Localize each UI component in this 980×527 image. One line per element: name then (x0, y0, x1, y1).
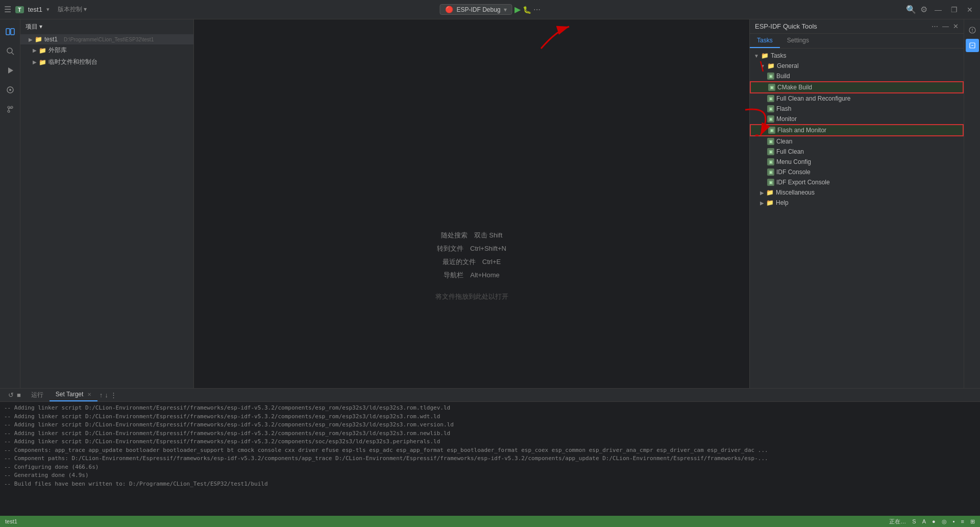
project-tree-item-test1[interactable]: ▶ 📁 test1 D:\Programme\CLion_Test\ESP32\… (20, 34, 193, 44)
recent-files-text: 最近的文件 (443, 258, 476, 266)
folder-icon-temp: 📁 (39, 59, 46, 66)
help-label: Help (776, 199, 789, 206)
rthin-notifications-icon[interactable] (966, 23, 979, 37)
log-line: -- Adding linker script D:/CLion-Environ… (4, 404, 976, 413)
bottom-down-btn[interactable]: ↓ (105, 391, 108, 399)
task-item-full-clean[interactable]: ▣ Full Clean (750, 147, 964, 157)
expand-arrow-external: ▶ (33, 47, 37, 53)
project-tree-item-temp[interactable]: ▶ 📁 临时文件和控制台 (20, 56, 193, 68)
tasks-root-header[interactable]: ▼ 📁 Tasks (750, 51, 964, 61)
rthin-highlighted-icon[interactable] (966, 39, 979, 52)
general-group-label: General (777, 62, 799, 69)
bottom-more-btn[interactable]: ⋮ (110, 391, 117, 399)
project-dropdown-icon[interactable]: ▾ (46, 6, 50, 13)
log-line: -- Adding linker script D:/CLion-Environ… (4, 438, 976, 446)
sidebar-item-search[interactable] (1, 42, 19, 60)
settings-icon[interactable]: ⚙ (920, 5, 927, 14)
project-tree-item-external[interactable]: ▶ 📁 外部库 (20, 44, 193, 56)
bottom-tab-close-btn[interactable]: ✕ (87, 392, 91, 397)
svg-rect-0 (6, 29, 10, 35)
task-item-flash-and-monitor[interactable]: ▣ Flash and Monitor (750, 124, 964, 136)
bottom-content: -- Adding linker script D:/CLion-Environ… (0, 402, 980, 516)
tool-panel-more-btn[interactable]: ⋯ (932, 22, 938, 30)
status-bar: test1 正在… S A ● ◎ ▪ ≡ ⊞ (0, 516, 980, 527)
task-item-idf-console[interactable]: ▣ IDF Console (750, 167, 964, 177)
expand-arrow-temp: ▶ (33, 59, 37, 65)
project-name[interactable]: test1 (28, 6, 42, 13)
more-options-button[interactable]: ⋯ (533, 6, 541, 14)
notifications-icon (969, 27, 976, 34)
tasks-expand-icon: ▼ (754, 53, 759, 59)
bottom-toolbar-area: ↺ ■ (4, 389, 25, 401)
search-icon[interactable]: 🔍 (906, 5, 916, 14)
status-grid-icon[interactable]: ⊞ (970, 518, 975, 525)
sidebar-item-debug[interactable] (1, 81, 19, 99)
help-group-header[interactable]: ▶ 📁 Help (750, 198, 964, 208)
bottom-tabs: ↺ ■ 运行 Set Target ✕ ↑ ↓ ⋮ (0, 389, 980, 402)
sidebar-item-git[interactable] (1, 100, 19, 118)
task-icon-cmake-build: ▣ (768, 84, 775, 91)
task-label-build: Build (776, 73, 790, 80)
debug-button[interactable]: 🐛 (523, 6, 531, 14)
run-config-dropdown-icon[interactable]: ▾ (504, 6, 507, 13)
git-sidebar-icon (6, 105, 14, 113)
tab-tasks[interactable]: Tasks (750, 34, 780, 48)
restore-button[interactable]: ❐ (948, 5, 961, 15)
status-a-icon[interactable]: A (922, 518, 926, 524)
svg-line-3 (12, 53, 14, 55)
tool-panel-title: ESP-IDF Quick Tools (755, 22, 932, 30)
task-item-menu-config[interactable]: ▣ Menu Config (750, 157, 964, 167)
sidebar-item-project[interactable] (1, 22, 19, 41)
svg-rect-1 (11, 29, 14, 35)
refresh-btn[interactable]: ↺ (8, 391, 14, 399)
task-icon-menu-config: ▣ (767, 158, 774, 165)
task-item-cmake-build[interactable]: ▣ CMake Build (750, 81, 964, 93)
goto-file-line: 转到文件 Ctrl+Shift+N (437, 242, 506, 255)
task-item-clean[interactable]: ▣ Clean (750, 136, 964, 147)
status-list-icon[interactable]: ≡ (961, 518, 964, 524)
bottom-tab-run[interactable]: 运行 (25, 389, 50, 401)
task-label-full-clean-reconfigure: Full Clean and Reconfigure (776, 95, 850, 102)
tool-panel-close-btn[interactable]: ✕ (953, 22, 959, 30)
minimize-button[interactable]: — (932, 5, 945, 15)
status-project[interactable]: test1 (5, 518, 17, 524)
status-square-icon[interactable]: ▪ (953, 518, 955, 524)
status-target-icon[interactable]: ◎ (942, 518, 947, 525)
external-libs-label: 外部库 (48, 46, 67, 55)
task-item-monitor[interactable]: ▣ Monitor (750, 114, 964, 124)
log-line: -- Adding linker script D:/CLion-Environ… (4, 413, 976, 421)
task-item-full-clean-reconfigure[interactable]: ▣ Full Clean and Reconfigure (750, 93, 964, 104)
task-item-flash[interactable]: ▣ Flash (750, 104, 964, 114)
status-dot-icon[interactable]: ● (932, 518, 936, 524)
bottom-tab-set-target[interactable]: Set Target ✕ (50, 389, 97, 401)
task-label-monitor: Monitor (776, 115, 797, 123)
search-sidebar-icon (6, 47, 14, 55)
tool-panel-header: ESP-IDF Quick Tools ⋯ — ✕ (750, 19, 964, 34)
search-hint-text: 随处搜索 (441, 231, 468, 239)
log-line: -- Adding linker script D:/CLion-Environ… (4, 421, 976, 429)
tool-panel-minimize-btn[interactable]: — (942, 22, 949, 30)
project-panel-header[interactable]: 项目 ▾ (20, 19, 193, 34)
hamburger-menu-icon[interactable]: ☰ (4, 5, 11, 14)
task-icon-idf-console: ▣ (767, 169, 774, 176)
tasks-root-label: Tasks (771, 52, 787, 59)
version-control-label[interactable]: 版本控制 ▾ (58, 5, 87, 14)
run-configuration[interactable]: 🔴 ESP-IDF Debug ▾ (439, 4, 512, 15)
miscellaneous-group-header[interactable]: ▶ 📁 Miscellaneous (750, 187, 964, 198)
bottom-panel: ↺ ■ 运行 Set Target ✕ ↑ ↓ ⋮ -- Adding link… (0, 388, 980, 516)
task-item-build[interactable]: ▣ Build (750, 71, 964, 81)
run-sidebar-icon (6, 66, 14, 75)
close-button[interactable]: ✕ (964, 5, 976, 15)
general-group-header[interactable]: ▼ 📁 General (750, 61, 964, 71)
task-label-cmake-build: CMake Build (777, 84, 812, 91)
tab-settings[interactable]: Settings (780, 34, 816, 48)
expand-arrow-test1: ▶ (29, 37, 33, 42)
recent-files-shortcut: Ctrl+E (482, 258, 501, 266)
status-s-icon[interactable]: S (912, 518, 916, 524)
task-label-menu-config: Menu Config (776, 158, 811, 165)
task-item-idf-export-console[interactable]: ▣ IDF Export Console (750, 177, 964, 187)
bottom-up-btn[interactable]: ↑ (100, 391, 103, 399)
run-button[interactable]: ▶ (514, 5, 521, 14)
sidebar-item-run[interactable] (1, 61, 19, 80)
stop-btn[interactable]: ■ (17, 391, 21, 399)
